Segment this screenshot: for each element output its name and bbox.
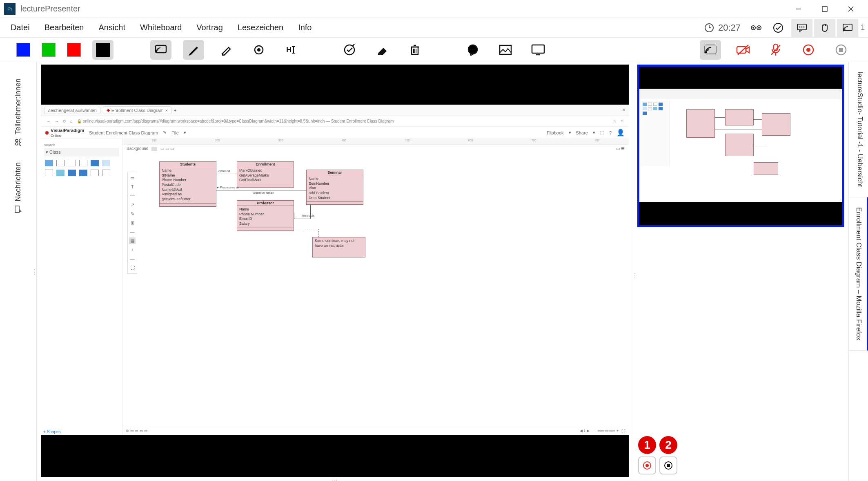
menubar: Datei Bearbeiten Ansicht Whiteboard Vort… — [0, 18, 868, 38]
menu-ansicht[interactable]: Ansicht — [91, 20, 133, 36]
menu-lesezeichen[interactable]: Lesezeichen — [230, 20, 291, 36]
svg-rect-1 — [822, 7, 827, 11]
svg-point-11 — [774, 23, 783, 32]
main-slide[interactable]: Zeichengerät auswählen ◆ Enrollment Clas… — [41, 65, 629, 477]
left-sidebar: Teilnehmer:innen Nachrichten ⋮ — [0, 62, 37, 481]
pen-tool[interactable] — [183, 40, 204, 60]
left-resize-handle[interactable]: ⋮ — [31, 268, 38, 275]
svg-rect-37 — [500, 45, 511, 54]
vp-header: ◉VisualParadigmOnline Student Enrollment… — [41, 127, 629, 139]
vp-doc-title: Student Enrollment Class Diagram — [89, 130, 158, 135]
callouts: 1 2 — [638, 436, 677, 474]
vp-body: search ▾ Class 100200300400500600700800 … — [41, 139, 629, 435]
window-close-button[interactable] — [838, 0, 864, 18]
svg-point-52 — [16, 143, 18, 145]
svg-point-49 — [806, 48, 810, 52]
svg-point-41 — [706, 51, 707, 53]
color-black-swatch[interactable] — [92, 40, 114, 60]
browser-tabs: Zeichengerät auswählen ◆ Enrollment Clas… — [41, 105, 629, 116]
stop-tool[interactable] — [830, 40, 852, 60]
browser-urlbar: ←→⟳⌂ 🔒 online.visual-paradigm.com/app/di… — [41, 116, 629, 127]
bottom-resize-handle[interactable]: ⋯ — [41, 477, 629, 481]
delete-tool[interactable] — [404, 40, 425, 60]
svg-point-56 — [645, 464, 649, 467]
app-icon: Pr — [4, 3, 16, 15]
browser-tab-1: Zeichengerät auswählen — [44, 107, 100, 114]
uml-professor: Professor Name Phone Number EmailID Sala… — [237, 200, 294, 231]
right-resize-handle[interactable]: ⋮ — [632, 272, 638, 280]
laser-pointer-tool[interactable] — [248, 40, 269, 60]
browser-tab-2: ◆ Enrollment Class Diagram × — [103, 106, 171, 114]
slide-content: Zeichengerät auswählen ◆ Enrollment Clas… — [41, 105, 629, 435]
callout-2: 2 — [659, 436, 677, 454]
svg-point-20 — [257, 48, 260, 51]
monitor-tool[interactable] — [527, 40, 549, 60]
mini-stop-button[interactable] — [659, 456, 677, 474]
vp-file-menu: File — [171, 130, 179, 135]
svg-point-36 — [474, 49, 476, 50]
cast-button[interactable] — [837, 19, 858, 37]
svg-line-26 — [352, 44, 354, 46]
toolbar: H — [0, 38, 868, 62]
slide-preview-selected[interactable] — [637, 65, 844, 227]
menu-datei[interactable]: Datei — [3, 20, 37, 36]
right-panel: ⋮ — [633, 62, 868, 481]
quiz-tool[interactable] — [339, 40, 360, 60]
svg-rect-58 — [667, 464, 670, 467]
chat-tool[interactable] — [462, 40, 483, 60]
vp-logo: ◉VisualParadigmOnline — [45, 128, 84, 138]
right-tab-tutorial[interactable]: lectureStudio- Tutorial -1 - Uebersicht — [849, 62, 868, 197]
svg-point-9 — [752, 27, 754, 29]
color-blue-swatch[interactable] — [16, 43, 30, 57]
svg-text:H: H — [286, 46, 292, 54]
svg-point-35 — [472, 49, 474, 50]
uml-note: Some seminars may not have an instructor — [312, 237, 365, 257]
left-tab-participants-label: Teilnehmer:innen — [14, 78, 22, 134]
clock: 20:27 — [704, 22, 741, 33]
text-tool[interactable]: H — [281, 40, 302, 60]
chat-button[interactable] — [791, 19, 812, 37]
window-maximize-button[interactable] — [812, 0, 838, 18]
eraser-tool[interactable] — [372, 40, 393, 60]
menu-whiteboard[interactable]: Whiteboard — [133, 20, 189, 36]
left-tab-messages-label: Nachrichten — [14, 162, 22, 201]
clock-time: 20:27 — [718, 22, 741, 33]
svg-point-53 — [16, 139, 18, 142]
svg-point-10 — [758, 27, 760, 29]
left-tab-participants[interactable]: Teilnehmer:innen — [14, 70, 22, 154]
hand-raise-button[interactable] — [814, 19, 835, 37]
slide-area: Zeichengerät auswählen ◆ Enrollment Clas… — [37, 62, 633, 481]
view-icon[interactable] — [750, 21, 763, 34]
svg-point-14 — [801, 26, 802, 27]
camera-off-tool[interactable] — [732, 40, 754, 60]
image-tool[interactable] — [495, 40, 516, 60]
left-tab-messages[interactable]: Nachrichten — [14, 154, 22, 221]
svg-point-15 — [803, 26, 804, 27]
cast-tool[interactable] — [700, 40, 721, 60]
callout-1: 1 — [638, 436, 656, 454]
vp-floating-toolbar: ▭T〰↗✎⊞—▦+—⛶ — [127, 172, 137, 274]
titlebar: Pr lecturePresenter — [0, 0, 868, 18]
menu-bearbeiten[interactable]: Bearbeiten — [37, 20, 91, 36]
highlighter-tool[interactable] — [216, 40, 237, 60]
record-tool[interactable] — [798, 40, 819, 60]
vp-shapes-sidebar: search ▾ Class — [41, 139, 122, 435]
clock-icon — [704, 23, 714, 33]
svg-rect-51 — [839, 48, 843, 52]
approve-icon[interactable] — [772, 21, 785, 34]
vp-canvas: 100200300400500600700800 Background ▭ ▭ … — [122, 139, 629, 435]
menu-info[interactable]: Info — [291, 20, 319, 36]
screen-share-tool[interactable] — [150, 40, 171, 60]
color-red-swatch[interactable] — [67, 43, 81, 57]
mini-record-button[interactable] — [638, 456, 656, 474]
svg-point-25 — [345, 45, 354, 55]
svg-rect-42 — [737, 47, 746, 53]
menu-vortrag[interactable]: Vortrag — [189, 20, 230, 36]
right-tab-enrollment[interactable]: Enrollment Class Diagram – Mozilla Firef… — [849, 197, 868, 351]
svg-rect-54 — [16, 206, 20, 213]
screen-count: 1 — [861, 23, 865, 32]
mic-off-tool[interactable] — [765, 40, 786, 60]
slide-preview-content — [639, 89, 842, 202]
window-minimize-button[interactable] — [786, 0, 812, 18]
color-green-swatch[interactable] — [42, 43, 56, 57]
